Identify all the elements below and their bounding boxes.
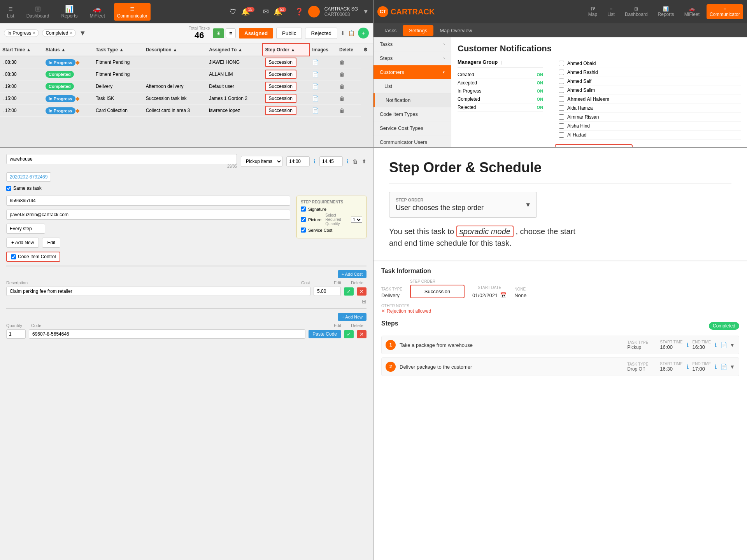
step-expand-btn[interactable]: ▼ — [729, 342, 735, 348]
code-item-control-checkbox[interactable] — [11, 254, 16, 259]
service-cost-checkbox[interactable] — [301, 228, 306, 233]
col-start-time[interactable]: Start Time ▲ — [0, 44, 43, 56]
filter-completed[interactable]: Completed × — [42, 29, 76, 37]
nav-dashboard2[interactable]: ⊞Dashboard — [622, 4, 651, 19]
tab-settings[interactable]: Settings — [403, 25, 433, 36]
delete-cell[interactable]: 🗑 — [337, 56, 361, 68]
sidebar-item-code-types[interactable]: Code Item Types — [374, 107, 451, 121]
delete-cell[interactable]: 🗑 — [337, 80, 361, 93]
qty-input[interactable] — [6, 329, 26, 339]
delete-row-btn[interactable]: 🗑 — [352, 158, 358, 164]
image-btn[interactable]: 📄 — [312, 83, 319, 89]
sidebar-item-customers[interactable]: Customers▾ — [374, 65, 451, 79]
person-checkbox[interactable] — [559, 114, 564, 120]
cost-desc-input[interactable] — [6, 287, 310, 296]
picture-checkbox[interactable] — [301, 217, 306, 222]
col-task-type[interactable]: Task Type ▲ — [93, 44, 144, 56]
delete-btn[interactable]: 🗑 — [339, 71, 345, 77]
delete-btn[interactable]: 🗑 — [339, 95, 345, 102]
edit-btn[interactable]: Edit — [42, 238, 60, 248]
person-checkbox[interactable] — [559, 79, 564, 84]
code-delete-btn[interactable]: ✕ — [357, 330, 366, 338]
step-order-dropdown[interactable]: STEP ORDER User chooses the step order ▼ — [389, 192, 537, 218]
col-step-order[interactable]: Step Order ▲ — [263, 44, 310, 56]
calendar-icon[interactable]: 📅 — [500, 292, 507, 298]
col-assigned-to[interactable]: Assigned To ▲ — [207, 44, 262, 56]
end-time-input[interactable] — [319, 156, 343, 166]
cost-val-input[interactable] — [314, 287, 341, 296]
same-as-task-checkbox[interactable] — [6, 186, 11, 191]
sidebar-item-list[interactable]: List — [374, 79, 451, 93]
contact-num-input[interactable] — [6, 196, 290, 206]
expand-icon[interactable]: ⊞ — [362, 298, 366, 304]
images-cell[interactable]: 📄 — [310, 56, 337, 68]
image-btn[interactable]: 📄 — [312, 107, 319, 114]
person-checkbox[interactable] — [559, 105, 564, 111]
person-checkbox[interactable] — [559, 61, 564, 66]
paste-code-btn[interactable]: Paste Code — [309, 330, 341, 338]
question-icon[interactable]: ❓ — [295, 7, 303, 16]
sidebar-item-tasks[interactable]: Tasks› — [374, 37, 451, 51]
assigned-button[interactable]: Assigned — [239, 28, 273, 38]
nav-mifleet2[interactable]: 🚗MiFleet — [681, 4, 703, 19]
qty-select[interactable]: 1 — [351, 217, 362, 223]
email-input[interactable] — [6, 210, 290, 220]
filter-inprogress-close[interactable]: × — [33, 30, 35, 36]
nav-dashboard[interactable]: ⊞ Dashboard — [23, 3, 53, 21]
code-save-btn[interactable]: ✓ — [344, 330, 354, 338]
images-cell[interactable]: 📄 — [310, 68, 337, 80]
delete-btn[interactable]: 🗑 — [339, 83, 345, 89]
nav-communicator[interactable]: ≡ Communicator — [114, 3, 151, 21]
nav-map[interactable]: 🗺Map — [585, 4, 600, 19]
add-cost-button[interactable]: + Add Cost — [338, 270, 366, 278]
add-task-button[interactable]: + — [358, 28, 369, 38]
images-cell[interactable]: 📄 — [310, 105, 337, 117]
copy-icon[interactable]: 📋 — [348, 30, 355, 36]
sidebar-item-notification[interactable]: Notification — [374, 93, 451, 107]
signature-checkbox[interactable] — [301, 206, 306, 212]
alert-icon[interactable]: 🔔53 — [274, 7, 290, 16]
delete-btn[interactable]: 🗑 — [339, 59, 345, 65]
code-input[interactable] — [29, 329, 305, 339]
col-status[interactable]: Status ▲ — [43, 44, 93, 56]
person-checkbox[interactable] — [559, 70, 564, 75]
expand-row-btn[interactable]: ⬆ — [362, 158, 366, 164]
delete-cell[interactable]: 🗑 — [337, 105, 361, 117]
col-description[interactable]: Description ▲ — [144, 44, 207, 56]
image-btn[interactable]: 📄 — [312, 71, 319, 77]
list-view-btn[interactable]: ≡ — [226, 28, 236, 38]
nav-list2[interactable]: ≡List — [604, 4, 618, 19]
images-cell[interactable]: 📄 — [310, 80, 337, 93]
tab-map-overview[interactable]: Map Overview — [433, 25, 478, 36]
person-checkbox[interactable] — [559, 96, 564, 102]
person-checkbox[interactable] — [559, 132, 564, 138]
delete-cell[interactable]: 🗑 — [337, 68, 361, 80]
pickup-type-select[interactable]: Pickup items — [241, 156, 282, 167]
add-new-btn[interactable]: + Add New — [6, 238, 39, 248]
delete-btn[interactable]: 🗑 — [339, 107, 345, 114]
sidebar-item-service-cost[interactable]: Service Cost Types — [374, 121, 451, 135]
nav-reports[interactable]: 📊 Reports — [58, 3, 81, 21]
person-checkbox[interactable] — [559, 88, 564, 93]
step-image-btn[interactable]: 📄 — [721, 342, 727, 348]
nav-list[interactable]: ≡ List — [4, 3, 18, 21]
nav-mifleet[interactable]: 🚗 MiFleet — [86, 3, 108, 21]
delete-cell[interactable]: 🗑 — [337, 93, 361, 105]
filter-inprogress[interactable]: In Progress × — [4, 29, 39, 37]
images-cell[interactable]: 📄 — [310, 93, 337, 105]
shield-icon[interactable]: 🛡 — [230, 8, 237, 16]
add-new-code-btn[interactable]: + Add New — [338, 313, 366, 321]
col-settings[interactable]: ⚙ — [361, 44, 373, 56]
bell-icon[interactable]: 🔔15 — [241, 7, 258, 16]
chevron-down-icon[interactable]: ▼ — [363, 8, 369, 15]
cost-save-btn[interactable]: ✓ — [344, 287, 354, 296]
nav-reports2[interactable]: 📊Reports — [655, 4, 677, 19]
filter-completed-close[interactable]: × — [70, 30, 72, 36]
person-checkbox[interactable] — [559, 123, 564, 129]
step-expand-btn[interactable]: ▼ — [729, 364, 735, 370]
tab-tasks[interactable]: Tasks — [377, 25, 403, 36]
sidebar-item-steps[interactable]: Steps› — [374, 51, 451, 65]
public-button[interactable]: Public — [276, 28, 302, 39]
image-btn[interactable]: 📄 — [312, 59, 319, 65]
sidebar-item-comm-users[interactable]: Communicator Users — [374, 135, 451, 147]
